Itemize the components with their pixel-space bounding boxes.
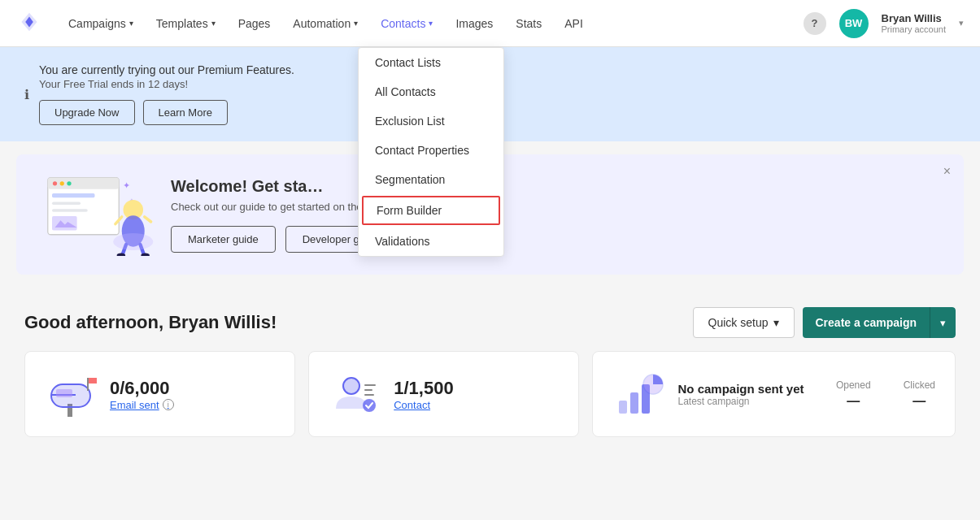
greeting-actions: Quick setup ▾ Create a campaign ▾: [693, 307, 956, 338]
opened-value: —: [836, 394, 871, 409]
nav-stats[interactable]: Stats: [506, 11, 551, 37]
clicked-label: Clicked: [904, 379, 935, 391]
help-button[interactable]: ?: [804, 12, 826, 35]
svg-rect-25: [89, 378, 97, 384]
contacts-card: 1/1,500 Contact: [308, 351, 579, 437]
svg-text:✦: ✦: [123, 180, 130, 190]
email-sent-number: 0/6,000: [110, 378, 174, 399]
opened-label: Opened: [836, 379, 871, 391]
dropdown-validations[interactable]: Validations: [359, 227, 503, 256]
svg-rect-24: [87, 378, 89, 391]
clicked-metric: Clicked —: [904, 379, 935, 409]
quick-setup-caret-icon: ▾: [773, 316, 779, 329]
nav-api[interactable]: API: [555, 11, 593, 37]
info-icon: ℹ: [24, 87, 29, 102]
email-sent-info: 0/6,000 Email sent i: [110, 378, 174, 411]
dropdown-exclusion-list[interactable]: Exclusion List: [359, 106, 503, 136]
close-button[interactable]: ×: [943, 164, 951, 179]
clicked-value: —: [904, 394, 935, 409]
svg-rect-33: [619, 401, 627, 414]
svg-rect-5: [52, 193, 95, 197]
svg-rect-1: [48, 178, 120, 189]
email-sent-card: 0/6,000 Email sent i: [24, 351, 295, 437]
svg-point-19: [113, 233, 153, 250]
campaign-card: No campaign sent yet Latest campaign Ope…: [592, 351, 956, 437]
contacts-info: 1/1,500 Contact: [394, 378, 453, 411]
dropdown-contact-properties[interactable]: Contact Properties: [359, 136, 503, 165]
email-sent-label[interactable]: Email sent i: [110, 399, 174, 411]
dropdown-contact-lists[interactable]: Contact Lists: [359, 48, 503, 77]
nav-contacts[interactable]: Contacts ▾: [371, 11, 442, 37]
welcome-illustration: ✦ ✦: [41, 171, 155, 258]
dropdown-all-contacts[interactable]: All Contacts: [359, 77, 503, 106]
user-menu-caret-icon[interactable]: ▾: [959, 18, 964, 28]
dropdown-form-builder[interactable]: Form Builder: [362, 196, 500, 225]
email-sent-info-icon[interactable]: i: [163, 399, 174, 410]
create-campaign-button[interactable]: Create a campaign: [803, 307, 931, 338]
campaign-sub: Latest campaign: [677, 396, 822, 407]
campaign-info: No campaign sent yet Latest campaign: [677, 382, 822, 407]
templates-caret-icon: ▾: [211, 19, 216, 28]
contacts-icon: [329, 368, 381, 420]
dropdown-segmentation[interactable]: Segmentation: [359, 165, 503, 194]
nav-items: Campaigns ▾ Templates ▾ Pages Automation…: [59, 11, 804, 37]
navbar: Campaigns ▾ Templates ▾ Pages Automation…: [0, 0, 980, 47]
svg-rect-26: [56, 389, 72, 397]
mailbox-icon: [45, 368, 97, 420]
stats-row: 0/6,000 Email sent i: [0, 351, 980, 457]
svg-point-2: [53, 181, 57, 185]
nav-images[interactable]: Images: [446, 11, 503, 37]
svg-rect-29: [364, 384, 376, 386]
greeting-title: Good afternoon, Bryan Willis!: [24, 312, 277, 333]
svg-rect-31: [364, 394, 374, 396]
svg-rect-8: [52, 216, 77, 231]
svg-point-4: [67, 181, 71, 185]
svg-point-3: [60, 181, 64, 185]
campaign-name: No campaign sent yet: [677, 382, 822, 396]
contacts-dropdown: Contact Lists All Contacts Exclusion Lis…: [358, 47, 504, 257]
avatar: BW: [839, 9, 869, 38]
create-campaign-caret-icon: ▾: [940, 317, 946, 329]
campaign-icon: [612, 368, 664, 420]
quick-setup-button[interactable]: Quick setup ▾: [693, 307, 795, 338]
campaign-metrics: Opened — Clicked —: [836, 379, 935, 409]
contacts-number: 1/1,500: [394, 378, 453, 399]
nav-right: ? BW Bryan Willis Primary account ▾: [804, 9, 964, 38]
svg-rect-30: [364, 389, 372, 391]
learn-more-button[interactable]: Learn More: [143, 100, 228, 125]
nav-pages[interactable]: Pages: [229, 11, 281, 37]
automation-caret-icon: ▾: [354, 19, 358, 28]
campaigns-caret-icon: ▾: [129, 19, 133, 28]
opened-metric: Opened —: [836, 379, 871, 409]
greeting-section: Good afternoon, Bryan Willis! Quick setu…: [0, 288, 980, 351]
create-campaign-wrapper: Create a campaign ▾: [803, 307, 956, 338]
nav-templates[interactable]: Templates ▾: [146, 11, 225, 37]
contacts-label[interactable]: Contact: [394, 399, 453, 411]
svg-point-32: [363, 399, 376, 412]
user-info: Bryan Willis Primary account: [882, 12, 946, 34]
svg-line-14: [145, 217, 151, 222]
contacts-caret-icon: ▾: [429, 19, 433, 28]
nav-campaigns[interactable]: Campaigns ▾: [59, 11, 143, 37]
upgrade-now-button[interactable]: Upgrade Now: [39, 100, 135, 125]
create-campaign-caret-button[interactable]: ▾: [930, 307, 956, 338]
svg-rect-6: [52, 202, 81, 206]
nav-automation[interactable]: Automation ▾: [283, 11, 368, 37]
logo[interactable]: [16, 9, 42, 37]
svg-rect-34: [630, 392, 638, 414]
marketer-guide-button[interactable]: Marketer guide: [171, 226, 276, 253]
svg-rect-7: [52, 209, 88, 212]
